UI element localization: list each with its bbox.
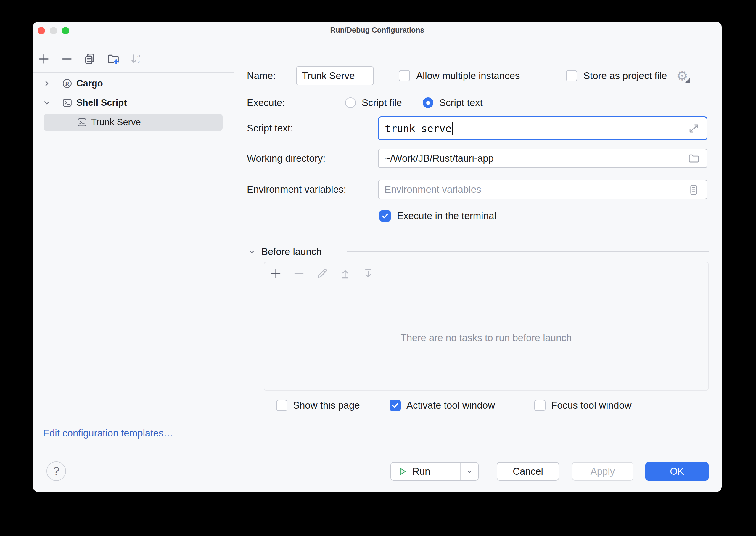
tree-item-shell-script[interactable]: Shell Script (33, 93, 234, 112)
activate-tool-window-option[interactable]: Activate tool window (390, 399, 495, 411)
sort-alphabetically-icon[interactable]: a z (128, 51, 144, 67)
text-cursor (452, 122, 453, 135)
sidebar-separator (234, 50, 235, 450)
script-file-label: Script file (362, 97, 402, 108)
new-folder-icon[interactable] (105, 51, 121, 67)
svg-text:a: a (137, 53, 140, 59)
cargo-rust-icon: R (61, 78, 73, 89)
environment-variables-input[interactable] (378, 180, 708, 199)
apply-button-label: Apply (590, 466, 615, 477)
before-launch-title: Before launch (261, 246, 322, 257)
run-options-chevron-icon[interactable] (461, 462, 478, 480)
before-launch-header[interactable]: Before launch (247, 242, 322, 261)
window-title: Run/Debug Configurations (33, 26, 722, 34)
move-task-up-icon[interactable] (338, 267, 352, 281)
execute-script-file-option[interactable]: Script file (345, 93, 402, 112)
execute-in-terminal-checkbox[interactable] (379, 210, 391, 221)
store-options-gear-icon[interactable]: ⚙ (675, 69, 689, 83)
terminal-icon (61, 97, 73, 109)
edit-task-pencil-icon[interactable] (315, 267, 329, 281)
name-label: Name: (247, 66, 275, 85)
execute-script-text-option[interactable]: Script text (423, 93, 483, 112)
browse-folder-icon[interactable] (687, 151, 700, 165)
show-this-page-checkbox[interactable] (276, 400, 287, 411)
execute-in-terminal-label: Execute in the terminal (397, 210, 496, 221)
store-as-project-file-label: Store as project file (583, 70, 667, 82)
allow-multiple-instances-checkbox[interactable] (399, 70, 410, 82)
execute-in-terminal-option[interactable]: Execute in the terminal (379, 210, 496, 222)
before-launch-toolbar (264, 262, 708, 285)
working-directory-input[interactable] (378, 149, 708, 168)
cancel-button-label: Cancel (513, 466, 543, 477)
tree-item-label: Trunk Serve (91, 117, 141, 128)
working-directory-label: Working directory: (247, 149, 325, 168)
configurations-toolbar: a z (36, 51, 144, 67)
script-text-radio[interactable] (423, 97, 433, 108)
move-task-down-icon[interactable] (361, 267, 375, 281)
tree-item-cargo[interactable]: R Cargo (33, 74, 234, 93)
script-text-label: Script text: (247, 119, 293, 138)
remove-task-icon[interactable] (292, 267, 306, 281)
before-launch-panel: There are no tasks to run before launch (264, 262, 709, 390)
run-debug-configurations-dialog: Run/Debug Configurations a (33, 21, 722, 492)
cancel-button[interactable]: Cancel (497, 462, 559, 481)
add-task-icon[interactable] (269, 267, 283, 281)
name-input[interactable] (296, 66, 374, 85)
environment-variables-label: Environment variables: (247, 180, 346, 199)
run-play-icon (397, 466, 408, 477)
svg-text:z: z (138, 59, 140, 65)
before-launch-empty-message: There are no tasks to run before launch (264, 285, 708, 390)
allow-multiple-instances-label: Allow multiple instances (416, 70, 520, 82)
toolbar-separator (33, 72, 234, 73)
ok-button[interactable]: OK (645, 462, 709, 481)
store-as-project-file-checkbox[interactable] (566, 70, 577, 82)
footer-separator (33, 450, 722, 450)
activate-tool-window-label: Activate tool window (406, 400, 495, 411)
edit-configuration-templates-link[interactable]: Edit configuration templates… (43, 424, 173, 443)
script-file-radio[interactable] (345, 97, 356, 108)
show-this-page-label: Show this page (293, 400, 360, 411)
chevron-right-icon[interactable] (41, 78, 53, 89)
expand-editor-icon[interactable] (687, 122, 701, 135)
script-text-value: trunk serve (385, 122, 452, 134)
run-split-button[interactable]: Run (391, 462, 479, 481)
edit-variables-list-icon[interactable] (687, 183, 700, 197)
tree-item-label: Cargo (77, 78, 103, 89)
chevron-down-icon[interactable] (41, 97, 53, 109)
remove-configuration-icon[interactable] (59, 51, 75, 67)
script-text-input[interactable]: trunk serve (378, 117, 708, 140)
help-button[interactable]: ? (47, 461, 66, 481)
store-as-project-file-option[interactable]: Store as project file ⚙ (566, 66, 689, 85)
before-launch-rule (347, 251, 709, 252)
svg-text:R: R (65, 81, 69, 87)
focus-tool-window-checkbox[interactable] (534, 400, 546, 411)
show-this-page-option[interactable]: Show this page (276, 399, 360, 411)
add-configuration-icon[interactable] (36, 51, 51, 67)
apply-button[interactable]: Apply (572, 462, 633, 481)
help-question-icon: ? (53, 465, 59, 478)
collapse-chevron-down-icon[interactable] (247, 247, 257, 257)
focus-tool-window-label: Focus tool window (551, 400, 631, 411)
activate-tool-window-checkbox[interactable] (390, 400, 401, 411)
ok-button-label: OK (670, 466, 684, 477)
execute-label: Execute: (247, 93, 285, 112)
tree-item-label: Shell Script (77, 97, 127, 108)
script-text-option-label: Script text (439, 97, 483, 108)
allow-multiple-instances-option[interactable]: Allow multiple instances (399, 66, 520, 85)
run-button-label: Run (412, 466, 430, 477)
tree-item-trunk-serve[interactable]: Trunk Serve (33, 114, 234, 131)
gear-dropdown-corner (685, 78, 690, 83)
terminal-icon (76, 117, 88, 128)
copy-configuration-icon[interactable] (82, 51, 98, 67)
focus-tool-window-option[interactable]: Focus tool window (534, 399, 631, 411)
